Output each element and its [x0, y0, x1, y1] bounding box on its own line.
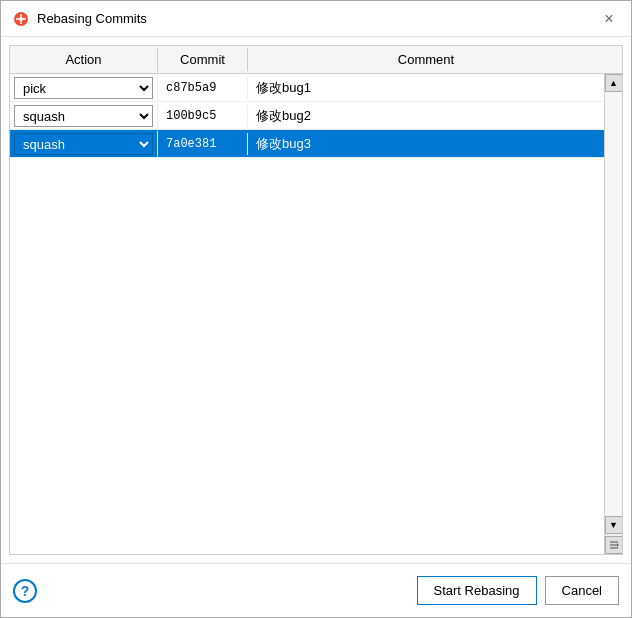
- svg-marker-5: [617, 543, 619, 547]
- git-icon: [13, 11, 29, 27]
- scroll-up-button[interactable]: ▲: [605, 74, 623, 92]
- action-select-1[interactable]: pick reword edit squash fixup drop: [14, 77, 153, 99]
- row-comment-3: 修改bug3: [248, 131, 604, 157]
- title-bar: Rebasing Commits ×: [1, 1, 631, 37]
- table-wrapper: pick reword edit squash fixup drop c87b5…: [10, 74, 622, 554]
- help-button[interactable]: ?: [13, 579, 37, 603]
- scrollbar: ▲ ▼: [604, 74, 622, 554]
- row-commit-2: 100b9c5: [158, 105, 248, 127]
- cancel-button[interactable]: Cancel: [545, 576, 619, 605]
- title-bar-left: Rebasing Commits: [13, 11, 147, 27]
- row-action-1: pick reword edit squash fixup drop: [10, 75, 158, 101]
- row-action-2: pick reword edit squash fixup drop: [10, 103, 158, 129]
- table-row: pick reword edit squash fixup drop c87b5…: [10, 74, 604, 102]
- dialog-title: Rebasing Commits: [37, 11, 147, 26]
- main-table: Action Commit Comment pick reword edit: [10, 46, 622, 554]
- commits-table-container: Action Commit Comment pick reword edit: [9, 45, 623, 555]
- scroll-track: [605, 92, 622, 516]
- rebasing-commits-dialog: Rebasing Commits × Action Commit Comment: [0, 0, 632, 618]
- action-select-2[interactable]: pick reword edit squash fixup drop: [14, 105, 153, 127]
- table-row[interactable]: pick reword edit squash fixup drop 7a0e3…: [10, 130, 604, 158]
- footer-buttons: Start Rebasing Cancel: [417, 576, 619, 605]
- column-header-action: Action: [10, 48, 158, 71]
- row-commit-3: 7a0e381: [158, 133, 248, 155]
- svg-point-1: [19, 17, 23, 21]
- row-action-3: pick reword edit squash fixup drop: [10, 131, 158, 157]
- reorder-icon[interactable]: [605, 536, 623, 554]
- close-button[interactable]: ×: [599, 9, 619, 29]
- scroll-down-button[interactable]: ▼: [605, 516, 623, 534]
- column-header-commit: Commit: [158, 48, 248, 71]
- row-comment-1: 修改bug1: [248, 75, 604, 101]
- column-header-comment: Comment: [248, 48, 604, 71]
- table-row: pick reword edit squash fixup drop 100b9…: [10, 102, 604, 130]
- start-rebasing-button[interactable]: Start Rebasing: [417, 576, 537, 605]
- action-select-3[interactable]: pick reword edit squash fixup drop: [14, 133, 153, 155]
- table-header: Action Commit Comment: [10, 46, 622, 74]
- row-comment-2: 修改bug2: [248, 103, 604, 129]
- row-commit-1: c87b5a9: [158, 77, 248, 99]
- dialog-footer: ? Start Rebasing Cancel: [1, 563, 631, 617]
- table-body: pick reword edit squash fixup drop c87b5…: [10, 74, 604, 554]
